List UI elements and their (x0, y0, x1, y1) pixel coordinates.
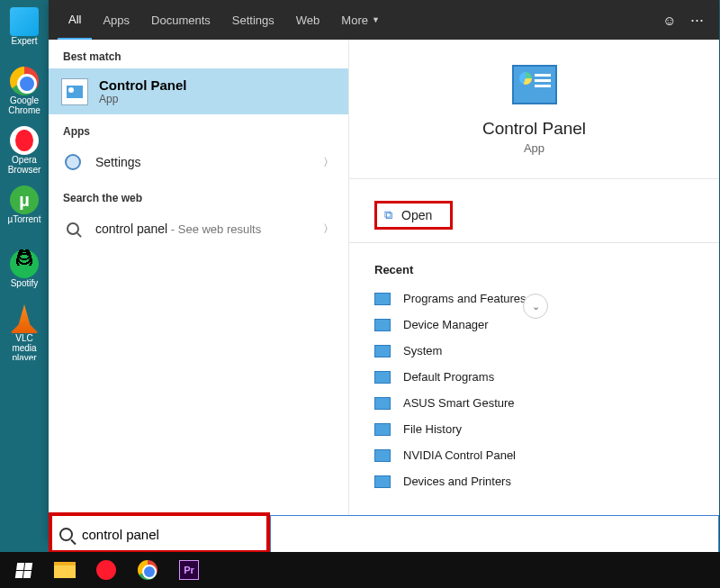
desktop: Expert Google Chrome Opera Browser µµTor… (0, 0, 49, 552)
tab-web[interactable]: Web (285, 0, 331, 40)
taskbar-explorer[interactable] (47, 555, 83, 585)
recent-item[interactable]: File History (371, 416, 698, 442)
search-icon (59, 528, 73, 541)
desktop-icon-vlc[interactable]: VLC media player (3, 303, 46, 360)
tab-documents[interactable]: Documents (140, 0, 221, 40)
desktop-icon-edge[interactable]: Expert (3, 5, 46, 63)
result-web-search[interactable]: control panel - See web results 〉 (49, 210, 348, 248)
edge-icon (10, 7, 39, 36)
result-settings[interactable]: Settings 〉 (49, 143, 348, 181)
best-match-heading: Best match (49, 40, 348, 68)
desktop-icon-spotify[interactable]: Spotify (3, 243, 46, 301)
expand-chevron[interactable]: ⌄ (523, 294, 548, 319)
chrome-icon (10, 67, 39, 95)
panel-item-icon (374, 423, 391, 436)
chevron-right-icon: 〉 (323, 155, 334, 170)
chevron-right-icon: 〉 (323, 222, 334, 237)
start-button[interactable] (5, 555, 41, 585)
opera-icon (96, 560, 116, 580)
results-right: Control Panel App ⧉ Open ⌄ Recent Progra… (349, 40, 719, 540)
desktop-icon-chrome[interactable]: Google Chrome (3, 65, 46, 122)
desktop-icon-opera[interactable]: Opera Browser (3, 124, 46, 182)
gear-icon (63, 152, 83, 172)
feedback-icon[interactable]: ☺ (656, 13, 683, 28)
taskbar: Pr (0, 552, 720, 588)
panel-item-icon (374, 397, 391, 410)
best-match-item[interactable]: Control Panel App (49, 68, 348, 114)
panel-item-icon (374, 475, 391, 488)
results-left: Best match Control Panel App Apps Settin… (49, 40, 349, 540)
panel-item-icon (374, 319, 391, 331)
tab-more[interactable]: More▼ (330, 0, 391, 40)
tab-settings[interactable]: Settings (221, 0, 285, 40)
search-bar (49, 516, 719, 552)
chevron-down-icon: ▼ (372, 15, 380, 24)
premiere-icon: Pr (179, 560, 199, 580)
utorrent-icon: µ (10, 185, 39, 214)
taskbar-opera[interactable] (88, 555, 124, 585)
panel-item-icon (374, 345, 391, 357)
recent-item[interactable]: NVIDIA Control Panel (371, 442, 698, 468)
search-icon (63, 219, 83, 239)
panel-item-icon (374, 371, 391, 384)
folder-icon (54, 562, 76, 578)
vlc-icon (10, 304, 39, 333)
best-match-subtitle: App (99, 93, 187, 105)
windows-icon (14, 563, 32, 578)
recent-item[interactable]: ASUS Smart Gesture (371, 390, 698, 416)
panel-item-icon (374, 293, 391, 305)
search-web-heading: Search the web (49, 181, 348, 210)
chrome-icon (138, 560, 158, 580)
best-match-title: Control Panel (99, 77, 187, 93)
recent-item[interactable]: Devices and Printers (371, 468, 698, 494)
taskbar-chrome[interactable] (130, 555, 166, 585)
apps-heading: Apps (49, 114, 348, 143)
more-options-icon[interactable]: ⋯ (683, 12, 710, 28)
recent-heading: Recent (349, 256, 719, 285)
control-panel-large-icon (512, 65, 557, 104)
divider (349, 242, 719, 243)
opera-icon (10, 126, 39, 155)
desktop-icon-utorrent[interactable]: µµTorrent (3, 184, 46, 241)
open-icon: ⧉ (384, 208, 392, 222)
recent-item[interactable]: Default Programs (371, 364, 698, 390)
control-panel-icon (61, 78, 88, 105)
panel-item-icon (374, 449, 391, 462)
detail-subtitle: App (367, 141, 701, 155)
open-button[interactable]: ⧉ Open (374, 201, 453, 230)
tab-apps[interactable]: Apps (92, 0, 140, 40)
divider (349, 178, 719, 179)
search-input[interactable] (82, 527, 708, 542)
tab-all[interactable]: All (58, 0, 92, 40)
spotify-icon (10, 249, 39, 278)
search-panel: All Apps Documents Settings Web More▼ ☺ … (49, 0, 719, 540)
taskbar-premiere[interactable]: Pr (171, 555, 207, 585)
recent-item[interactable]: System (371, 338, 698, 364)
search-tabs: All Apps Documents Settings Web More▼ ☺ … (49, 0, 719, 40)
detail-title: Control Panel (367, 119, 701, 139)
